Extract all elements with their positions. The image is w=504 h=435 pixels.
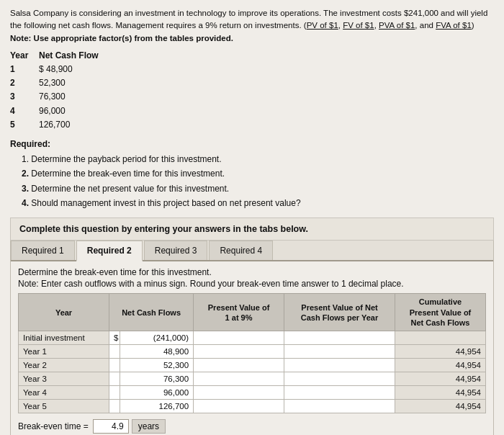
row-y4-cumulative: 44,954: [395, 386, 485, 400]
intro-paragraph: Salsa Company is considering an investme…: [10, 7, 494, 45]
col-header-year: Year: [19, 294, 109, 331]
row-y1-pv-factor[interactable]: [194, 345, 284, 359]
row-y1-pv-net[interactable]: [284, 345, 395, 359]
row-y2-year: Year 2: [19, 359, 109, 372]
main-data-table: Year Net Cash Flows Present Value of1 at…: [18, 293, 486, 413]
tab-required-3[interactable]: Required 3: [144, 241, 208, 260]
tab-required-4[interactable]: Required 4: [209, 241, 273, 260]
row-y2-dollar: [109, 359, 120, 372]
row-initial-cumulative: [395, 331, 485, 345]
col-header-pv-factor: Present Value of1 at 9%: [194, 294, 284, 331]
tab2-instruction: Determine the break-even time for this i…: [18, 267, 486, 289]
cf-header-amount: Net Cash Flow: [39, 49, 107, 63]
cf-amount-1: $ 48,900: [39, 63, 107, 76]
required-section: Required: 1. Determine the payback perio…: [10, 139, 494, 211]
table-row-year3: Year 3 76,300 44,954: [19, 372, 486, 386]
required-item-1: 1. Determine the payback period for this…: [22, 152, 494, 166]
row-y5-cumulative: 44,954: [395, 400, 485, 413]
col-header-net-cf: Net Cash Flows: [109, 294, 194, 331]
row-initial-pv-net[interactable]: [284, 331, 395, 345]
break-even-unit: years: [132, 419, 166, 434]
row-y1-net-cf[interactable]: 48,900: [120, 345, 194, 359]
tab-required-1[interactable]: Required 1: [11, 241, 75, 260]
row-y3-year: Year 3: [19, 372, 109, 386]
col-header-cumulative: CumulativePresent Value ofNet Cash Flows: [395, 294, 485, 331]
cf-year-3: 3: [10, 90, 39, 104]
row-y5-pv-factor[interactable]: [194, 400, 284, 413]
tabs-row: Required 1 Required 2 Required 3 Require…: [11, 241, 493, 261]
required-item-4: 4. Should management invest in this proj…: [22, 196, 494, 210]
table-row-year4: Year 4 96,000 44,954: [19, 386, 486, 400]
break-even-row: Break-even time = 4.9 years: [18, 419, 486, 434]
table-row-initial: Initial investment $ (241,000): [19, 331, 486, 345]
table-row-year1: Year 1 48,900 44,954: [19, 345, 486, 359]
row-y4-pv-factor[interactable]: [194, 386, 284, 400]
cf-amount-2: 52,300: [39, 76, 107, 90]
req3-num: 3.: [22, 184, 29, 194]
row-y5-dollar: [109, 400, 120, 413]
pva-link[interactable]: PVA of $1: [379, 21, 415, 30]
row-y5-net-cf[interactable]: 126,700: [120, 400, 194, 413]
cf-header-year: Year: [10, 49, 39, 63]
row-y3-cumulative: 44,954: [395, 372, 485, 386]
row-y5-pv-net[interactable]: [284, 400, 395, 413]
table-row-year5: Year 5 126,700 44,954: [19, 400, 486, 413]
row-y1-cumulative: 44,954: [395, 345, 485, 359]
row-y4-dollar: [109, 386, 120, 400]
req2-num: 2.: [22, 169, 29, 179]
cf-amount-3: 76,300: [39, 90, 107, 104]
col-header-pv-net: Present Value of NetCash Flows per Year: [284, 294, 395, 331]
tab-required-2[interactable]: Required 2: [76, 241, 143, 261]
row-y2-pv-factor[interactable]: [194, 359, 284, 372]
row-initial-dollar: $: [109, 331, 120, 345]
required-item-2: 2. Determine the break-even time for thi…: [22, 166, 494, 181]
row-y2-pv-net[interactable]: [284, 359, 395, 372]
row-y5-year: Year 5: [19, 400, 109, 413]
row-y1-dollar: [109, 345, 120, 359]
row-initial-year: Initial investment: [19, 331, 109, 345]
table-row-year2: Year 2 52,300 44,954: [19, 359, 486, 372]
row-y4-net-cf[interactable]: 96,000: [120, 386, 194, 400]
intro-main-text: Salsa Company is considering an investme…: [10, 9, 487, 30]
row-y3-dollar: [109, 372, 120, 386]
break-even-value[interactable]: 4.9: [93, 419, 129, 434]
row-y4-year: Year 4: [19, 386, 109, 400]
row-y3-net-cf[interactable]: 76,300: [120, 372, 194, 386]
fva-link[interactable]: FVA of $1: [436, 21, 472, 30]
break-even-label: Break-even time =: [18, 421, 89, 431]
note-text: Note: Use appropriate factor(s) from the…: [10, 34, 233, 42]
cf-year-2: 2: [10, 76, 39, 90]
cf-year-4: 4: [10, 104, 39, 118]
row-y3-pv-factor[interactable]: [194, 372, 284, 386]
row-y1-year: Year 1: [19, 345, 109, 359]
row-initial-net-cf[interactable]: (241,000): [120, 331, 194, 345]
cf-amount-5: 126,700: [39, 118, 107, 132]
row-y2-net-cf[interactable]: 52,300: [120, 359, 194, 372]
tabs-container: Required 1 Required 2 Required 3 Require…: [10, 241, 494, 435]
req4-num: 4.: [22, 198, 29, 208]
complete-box-text: Complete this question by entering your …: [19, 224, 308, 234]
row-y4-pv-net[interactable]: [284, 386, 395, 400]
pv-link[interactable]: PV of $1: [307, 21, 338, 30]
cf-year-1: 1: [10, 63, 39, 76]
row-initial-pv-factor[interactable]: [194, 331, 284, 345]
cash-flow-table: Year Net Cash Flow 1 $ 48,900 2 52,300 3…: [10, 49, 107, 132]
instruction-line1: Determine the break-even time for this i…: [18, 267, 486, 277]
tab2-content: Determine the break-even time for this i…: [11, 261, 493, 435]
fv-link[interactable]: FV of $1: [343, 21, 374, 30]
cf-year-5: 5: [10, 118, 39, 132]
required-item-3: 3. Determine the net present value for t…: [22, 181, 494, 196]
row-y3-pv-net[interactable]: [284, 372, 395, 386]
row-y2-cumulative: 44,954: [395, 359, 485, 372]
cf-amount-4: 96,000: [39, 104, 107, 118]
required-label: Required:: [10, 139, 494, 149]
instruction-line2: Note: Enter cash outflows with a minus s…: [18, 279, 486, 289]
complete-box: Complete this question by entering your …: [10, 218, 494, 241]
